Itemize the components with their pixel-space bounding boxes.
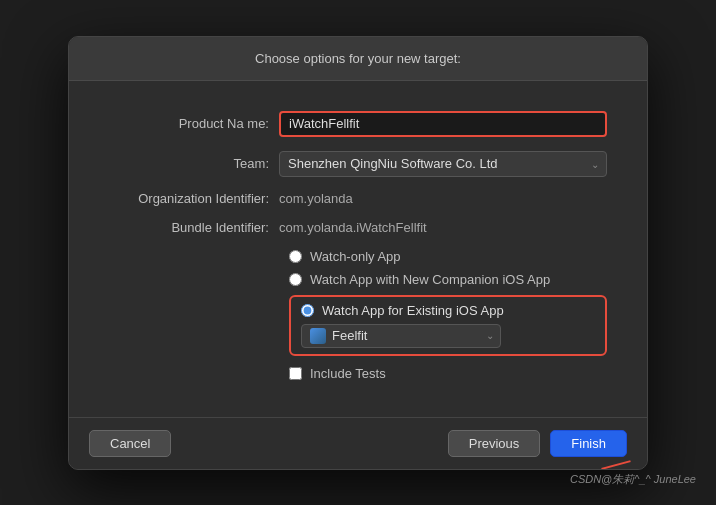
watermark: CSDN@朱莉^_^ JuneLee — [570, 472, 696, 487]
radio-watch-existing[interactable]: Watch App for Existing iOS App — [301, 303, 595, 318]
finish-button[interactable]: Finish — [550, 430, 627, 457]
bundle-id-label: Bundle Identifier: — [109, 220, 279, 235]
previous-button[interactable]: Previous — [448, 430, 541, 457]
product-name-label: Product Na me: — [109, 116, 279, 131]
cancel-button[interactable]: Cancel — [89, 430, 171, 457]
team-row: Team: Shenzhen QingNiu Software Co. Ltd … — [109, 151, 607, 177]
include-tests-row: Include Tests — [289, 366, 607, 381]
bundle-id-value: com.yolanda.iWatchFellfit — [279, 216, 427, 239]
dialog-title: Choose options for your new target: — [255, 51, 461, 66]
include-tests-label[interactable]: Include Tests — [310, 366, 386, 381]
bundle-id-field: com.yolanda.iWatchFellfit — [279, 220, 607, 235]
radio-watch-new-companion[interactable]: Watch App with New Companion iOS App — [289, 272, 607, 287]
radio-watch-existing-label: Watch App for Existing iOS App — [322, 303, 504, 318]
team-field: Shenzhen QingNiu Software Co. Ltd ⌄ — [279, 151, 607, 177]
team-label: Team: — [109, 156, 279, 171]
org-id-field: com.yolanda — [279, 191, 607, 206]
radio-watch-only[interactable]: Watch-only App — [289, 249, 607, 264]
include-tests-checkbox[interactable] — [289, 367, 302, 380]
radio-watch-only-label: Watch-only App — [310, 249, 401, 264]
dialog-footer: Cancel Previous → Finish — [69, 417, 647, 469]
radio-watch-existing-input[interactable] — [301, 304, 314, 317]
footer-right: Previous → Finish — [448, 430, 627, 457]
product-name-input[interactable] — [279, 111, 607, 137]
radio-watch-new-companion-label: Watch App with New Companion iOS App — [310, 272, 550, 287]
radio-watch-only-input[interactable] — [289, 250, 302, 263]
app-select-wrapper: Feelfit ⌄ — [301, 324, 501, 348]
dialog-header: Choose options for your new target: — [69, 37, 647, 81]
product-name-field — [279, 111, 607, 137]
radio-watch-new-companion-input[interactable] — [289, 273, 302, 286]
org-id-row: Organization Identifier: com.yolanda — [109, 191, 607, 206]
bundle-id-row: Bundle Identifier: com.yolanda.iWatchFel… — [109, 220, 607, 235]
target-options-dialog: Choose options for your new target: Prod… — [68, 36, 648, 470]
app-dropdown[interactable]: Feelfit — [332, 328, 492, 343]
product-name-row: Product Na me: — [109, 111, 607, 137]
highlighted-watch-existing-option: Watch App for Existing iOS App Feelfit ⌄ — [289, 295, 607, 356]
org-id-value: com.yolanda — [279, 187, 353, 210]
app-icon — [310, 328, 326, 344]
team-select[interactable]: Shenzhen QingNiu Software Co. Ltd — [279, 151, 607, 177]
radio-group: Watch-only App Watch App with New Compan… — [289, 249, 607, 356]
dialog-body: Product Na me: Team: Shenzhen QingNiu So… — [69, 81, 647, 417]
org-id-label: Organization Identifier: — [109, 191, 279, 206]
